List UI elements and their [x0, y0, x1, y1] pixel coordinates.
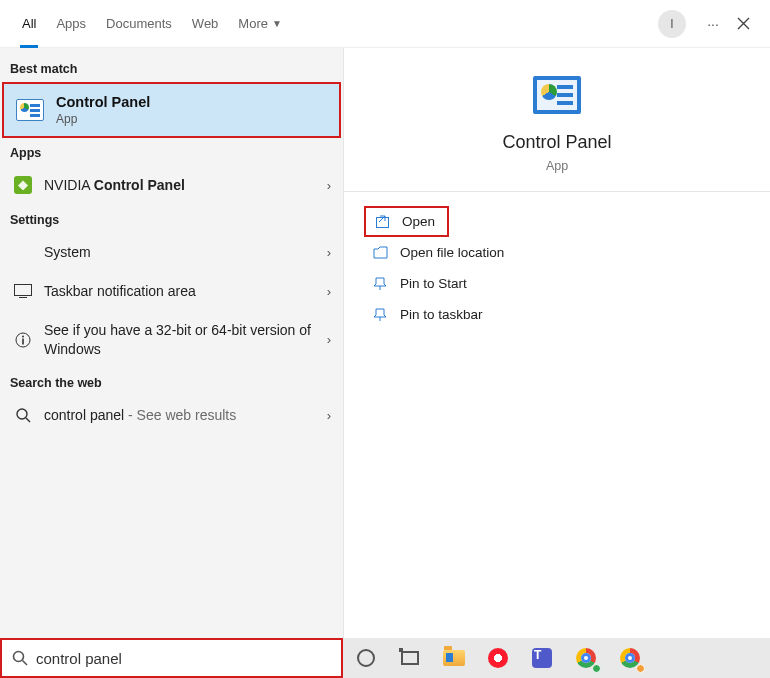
chevron-right-icon: › [327, 408, 331, 423]
task-view-icon [401, 651, 419, 665]
results-panel: Best match Control Panel App Apps NVIDIA… [0, 48, 343, 638]
result-32-64-bit[interactable]: See if you have a 32-bit or 64-bit versi… [0, 311, 343, 369]
user-avatar[interactable]: I [658, 10, 686, 38]
svg-point-3 [22, 335, 24, 337]
status-badge [636, 664, 645, 673]
action-open[interactable]: Open [364, 206, 449, 237]
taskbar-file-explorer[interactable] [441, 645, 467, 671]
status-badge [592, 664, 601, 673]
action-pin-taskbar-label: Pin to taskbar [400, 307, 483, 322]
action-open-label: Open [402, 214, 435, 229]
best-match-subtitle: App [56, 112, 150, 126]
preview-title: Control Panel [502, 132, 611, 153]
svg-point-5 [17, 409, 27, 419]
nvidia-label-bold: Control Panel [94, 177, 185, 193]
control-panel-large-icon [533, 76, 581, 114]
search-box[interactable] [0, 638, 343, 678]
svg-rect-0 [15, 285, 32, 296]
best-match-title: Control Panel [56, 94, 150, 110]
close-icon [737, 17, 750, 30]
search-input[interactable] [36, 650, 331, 667]
taskbar-teams[interactable] [529, 645, 555, 671]
svg-line-6 [26, 418, 30, 422]
control-panel-icon [16, 99, 44, 121]
action-pin-start-label: Pin to Start [400, 276, 467, 291]
web-search-query: control panel [44, 407, 124, 423]
preview-subtitle: App [546, 159, 568, 173]
file-explorer-icon [443, 650, 465, 666]
options-button[interactable]: ··· [698, 9, 728, 39]
search-icon [12, 650, 28, 666]
result-bits-label: See if you have a 32-bit or 64-bit versi… [44, 321, 327, 359]
chevron-right-icon: › [327, 245, 331, 260]
action-pin-to-start[interactable]: Pin to Start [364, 268, 473, 299]
nvidia-label-pre: NVIDIA [44, 177, 94, 193]
result-taskbar-notification[interactable]: Taskbar notification area › [0, 272, 343, 311]
chevron-down-icon: ▼ [272, 18, 282, 29]
web-search-suffix: - See web results [124, 407, 236, 423]
tab-more[interactable]: More ▼ [228, 0, 292, 48]
svg-point-8 [14, 652, 24, 662]
result-web-search[interactable]: control panel - See web results › [0, 396, 343, 435]
section-settings: Settings [0, 205, 343, 233]
pin-icon [373, 276, 388, 291]
tab-more-label: More [238, 16, 268, 31]
info-icon [15, 332, 31, 348]
section-apps: Apps [0, 138, 343, 166]
action-pin-to-taskbar[interactable]: Pin to taskbar [364, 299, 489, 330]
result-taskbar-label: Taskbar notification area [44, 282, 327, 301]
cortana-icon [357, 649, 375, 667]
preview-panel: Control Panel App Open Open file locatio… [343, 48, 770, 638]
tab-web[interactable]: Web [182, 0, 229, 48]
opera-icon [488, 648, 508, 668]
section-best-match: Best match [0, 54, 343, 82]
svg-line-9 [23, 661, 28, 666]
taskbar [343, 638, 770, 678]
open-icon [375, 214, 390, 229]
preview-actions: Open Open file location Pin to Start Pin… [344, 191, 770, 330]
tab-all[interactable]: All [12, 0, 46, 48]
close-button[interactable] [728, 9, 758, 39]
search-icon [16, 408, 31, 423]
tab-apps[interactable]: Apps [46, 0, 96, 48]
taskbar-chrome-1[interactable] [573, 645, 599, 671]
taskbar-opera[interactable] [485, 645, 511, 671]
tab-documents[interactable]: Documents [96, 0, 182, 48]
taskbar-chrome-2[interactable] [617, 645, 643, 671]
action-open-loc-label: Open file location [400, 245, 504, 260]
action-open-file-location[interactable]: Open file location [364, 237, 510, 268]
best-match-result[interactable]: Control Panel App [2, 82, 341, 138]
result-nvidia-control-panel[interactable]: NVIDIA Control Panel › [0, 166, 343, 205]
chevron-right-icon: › [327, 284, 331, 299]
nvidia-icon [14, 176, 32, 194]
result-system-label: System [44, 243, 327, 262]
svg-rect-4 [22, 338, 24, 344]
folder-icon [373, 246, 388, 259]
search-tabs: All Apps Documents Web More ▼ I ··· [0, 0, 770, 48]
chevron-right-icon: › [327, 178, 331, 193]
section-search-web: Search the web [0, 368, 343, 396]
result-system[interactable]: • System › [0, 233, 343, 272]
teams-icon [532, 648, 552, 668]
pin-icon [373, 307, 388, 322]
monitor-icon [14, 284, 32, 298]
chevron-right-icon: › [327, 332, 331, 347]
taskbar-task-view[interactable] [397, 645, 423, 671]
taskbar-cortana[interactable] [353, 645, 379, 671]
